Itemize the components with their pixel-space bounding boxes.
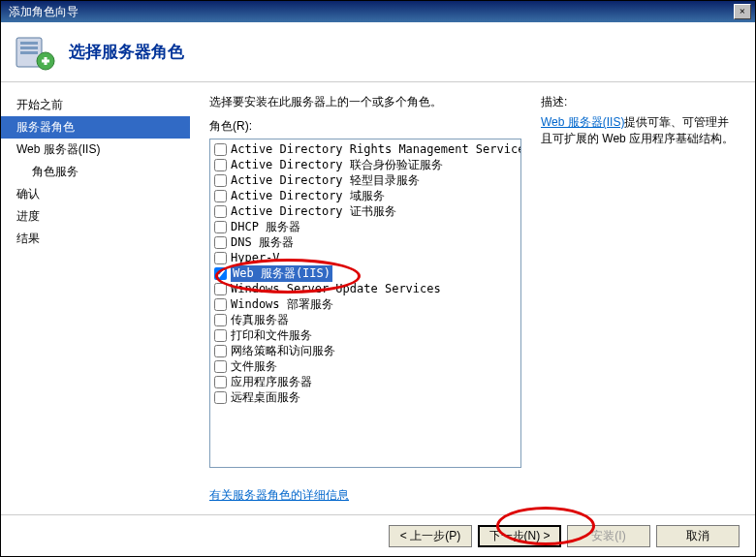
- role-checkbox[interactable]: [214, 252, 227, 264]
- role-row[interactable]: Active Directory 轻型目录服务: [212, 172, 519, 188]
- role-label: Active Directory 轻型目录服务: [231, 172, 420, 189]
- role-checkbox[interactable]: [214, 314, 227, 326]
- page-title: 选择服务器角色: [69, 41, 184, 63]
- window-title: 添加角色向导: [5, 4, 734, 20]
- role-checkbox[interactable]: [214, 190, 227, 202]
- role-checkbox[interactable]: [214, 283, 227, 295]
- role-checkbox[interactable]: [214, 236, 227, 249]
- role-label: 打印和文件服务: [231, 327, 312, 344]
- role-label: Web 服务器(IIS): [231, 265, 332, 282]
- sidebar-item[interactable]: 服务器角色: [1, 116, 190, 139]
- svg-rect-3: [20, 51, 38, 54]
- server-role-icon: [15, 32, 55, 73]
- sidebar-item[interactable]: 结果: [1, 228, 190, 250]
- roles-listbox[interactable]: Active Directory Rights Management Servi…: [209, 139, 521, 468]
- role-label: 远程桌面服务: [231, 389, 300, 406]
- close-button[interactable]: ×: [734, 4, 751, 19]
- description-link[interactable]: Web 服务器(IIS): [541, 115, 624, 129]
- role-row[interactable]: DNS 服务器: [212, 234, 519, 250]
- role-label: Hyper-V: [231, 251, 280, 264]
- main-content: 选择要安装在此服务器上的一个或多个角色。 角色(R): Active Direc…: [190, 82, 755, 514]
- body: 开始之前服务器角色Web 服务器(IIS)角色服务确认进度结果 选择要安装在此服…: [1, 82, 755, 514]
- previous-button[interactable]: < 上一步(P): [389, 525, 472, 547]
- role-row[interactable]: 文件服务: [212, 358, 519, 374]
- role-row[interactable]: 应用程序服务器: [212, 374, 519, 389]
- footer: < 上一步(P) 下一步(N) > 安装(I) 取消: [1, 514, 755, 557]
- role-row[interactable]: Active Directory Rights Management Servi…: [212, 141, 519, 157]
- sidebar-item[interactable]: 进度: [1, 205, 190, 228]
- description-column: 描述: Web 服务器(IIS)提供可靠、可管理并且可扩展的 Web 应用程序基…: [521, 94, 740, 514]
- sidebar-item[interactable]: Web 服务器(IIS): [1, 139, 190, 161]
- cancel-button[interactable]: 取消: [656, 525, 740, 547]
- role-label: Windows Server Update Services: [231, 282, 441, 295]
- role-checkbox[interactable]: [214, 267, 227, 280]
- role-label: DHCP 服务器: [231, 219, 300, 235]
- sidebar: 开始之前服务器角色Web 服务器(IIS)角色服务确认进度结果: [1, 82, 190, 514]
- sidebar-item[interactable]: 开始之前: [1, 94, 190, 116]
- role-checkbox[interactable]: [214, 221, 227, 233]
- description-text: Web 服务器(IIS)提供可靠、可管理并且可扩展的 Web 应用程序基础结构。: [541, 114, 740, 147]
- instruction-text: 选择要安装在此服务器上的一个或多个角色。: [209, 94, 521, 110]
- role-row[interactable]: DHCP 服务器: [212, 219, 519, 234]
- sidebar-item[interactable]: 确认: [1, 183, 190, 205]
- role-label: Active Directory 证书服务: [231, 203, 396, 220]
- titlebar: 添加角色向导 ×: [1, 1, 755, 22]
- role-label: DNS 服务器: [231, 234, 294, 251]
- sidebar-item[interactable]: 角色服务: [1, 161, 190, 183]
- role-row[interactable]: 传真服务器: [212, 312, 519, 327]
- role-row[interactable]: Active Directory 联合身份验证服务: [212, 157, 519, 172]
- role-checkbox[interactable]: [214, 391, 227, 404]
- role-row[interactable]: Hyper-V: [212, 250, 519, 265]
- next-button[interactable]: 下一步(N) >: [478, 525, 561, 547]
- svg-rect-2: [20, 46, 38, 49]
- role-checkbox[interactable]: [214, 329, 227, 342]
- role-checkbox[interactable]: [214, 143, 227, 156]
- role-row[interactable]: 远程桌面服务: [212, 389, 519, 405]
- role-row[interactable]: Web 服务器(IIS): [212, 265, 519, 281]
- role-label: 文件服务: [231, 358, 277, 375]
- role-row[interactable]: Active Directory 域服务: [212, 188, 519, 203]
- role-checkbox[interactable]: [214, 174, 227, 187]
- role-label: Active Directory 域服务: [231, 188, 385, 204]
- role-row[interactable]: Windows Server Update Services: [212, 281, 519, 296]
- install-button: 安装(I): [567, 525, 650, 547]
- role-checkbox[interactable]: [214, 205, 227, 218]
- wizard-window: 添加角色向导 × 选择服务器角色 开始之前服务器角色Web 服务器(IIS)角色…: [0, 0, 756, 557]
- role-label: Active Directory Rights Management Servi…: [231, 142, 521, 156]
- role-label: 网络策略和访问服务: [231, 343, 335, 359]
- role-row[interactable]: 网络策略和访问服务: [212, 343, 519, 358]
- role-label: 应用程序服务器: [231, 374, 312, 390]
- role-label: 传真服务器: [231, 312, 289, 328]
- role-checkbox[interactable]: [214, 360, 227, 373]
- role-row[interactable]: Windows 部署服务: [212, 296, 519, 312]
- roles-label: 角色(R):: [209, 118, 521, 135]
- header: 选择服务器角色: [1, 22, 755, 82]
- role-checkbox[interactable]: [214, 298, 227, 311]
- role-row[interactable]: Active Directory 证书服务: [212, 203, 519, 219]
- more-info-link[interactable]: 有关服务器角色的详细信息: [209, 487, 521, 504]
- role-checkbox[interactable]: [214, 159, 227, 171]
- role-checkbox[interactable]: [214, 345, 227, 357]
- role-row[interactable]: 打印和文件服务: [212, 327, 519, 343]
- description-title: 描述:: [541, 94, 740, 110]
- role-checkbox[interactable]: [214, 376, 227, 388]
- svg-rect-1: [20, 42, 38, 45]
- role-label: Windows 部署服务: [231, 296, 333, 313]
- role-label: Active Directory 联合身份验证服务: [231, 157, 443, 173]
- roles-column: 选择要安装在此服务器上的一个或多个角色。 角色(R): Active Direc…: [209, 94, 521, 514]
